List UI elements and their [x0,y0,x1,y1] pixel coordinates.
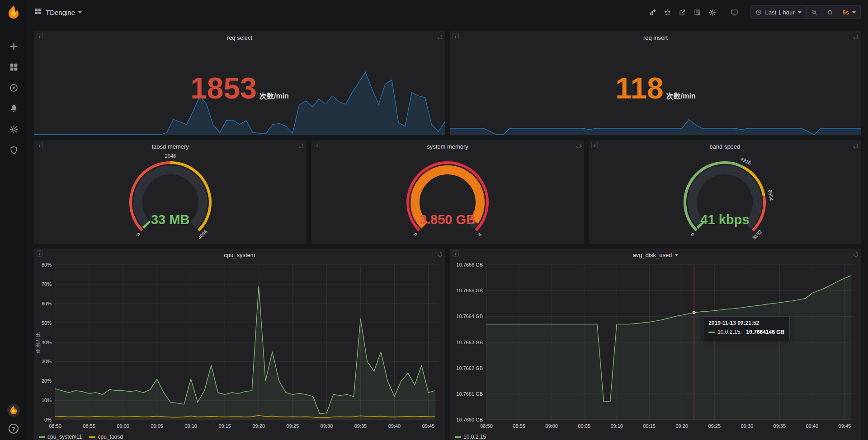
sidebar-item-configuration[interactable] [8,124,19,135]
panel-title-avg-disk-used[interactable]: avg_disk_used [450,249,861,261]
legend-item-cpu-system11[interactable]: cpu_system11 [39,434,82,440]
svg-text:09:25: 09:25 [287,423,299,429]
gear-icon [708,9,716,16]
svg-text:09:20: 09:20 [252,423,265,429]
star-icon [664,9,671,16]
sidebar-item-dashboards[interactable] [8,61,19,72]
sidebar-item-alerting[interactable] [8,103,19,114]
sidebar-item-server-admin[interactable] [8,145,19,155]
share-icon [679,9,686,16]
info-icon[interactable]: i [453,250,459,257]
chevron-down-icon [798,11,802,14]
svg-text:10.7661 GB: 10.7661 GB [456,391,483,397]
panel-req-insert: i req insert 118 次数/min [450,31,861,136]
info-icon[interactable]: i [591,142,598,148]
legend-item-10-0-2-15[interactable]: 10.0.2.15 [455,434,486,440]
panel-taosd-memory: i taosd memery 020484096 33 MB [34,140,307,244]
svg-text:09:45: 09:45 [839,423,851,429]
configuration-gear-icon [9,125,19,134]
panel-title-text: system memory [427,143,468,150]
svg-text:08:55: 08:55 [513,423,525,429]
explore-compass-icon [9,83,19,93]
dashboard-title[interactable]: TDengine [46,9,82,16]
gauge-chart: 020484096 [103,153,238,243]
panel-band-speed: i band speed 0491665548192 41 kbps [589,140,861,244]
sparkline-chart [34,70,445,135]
svg-text:09:45: 09:45 [422,423,435,429]
help-icon[interactable]: ? [9,424,19,434]
cpu-line-chart[interactable]: 08:5008:5509:0009:0509:1009:1509:2009:25… [34,261,445,431]
panel-title-taosd-memory[interactable]: taosd memery [34,140,306,153]
legend-item-cpu-taosd[interactable]: cpu_taosd [89,434,123,440]
svg-text:09:05: 09:05 [151,423,163,429]
panel-title-req-insert[interactable]: req insert [450,32,861,44]
time-range-picker[interactable]: Last 1 hour [750,5,806,19]
monitor-icon [731,9,738,16]
dashboard-grid-icon [34,8,42,17]
refresh-interval-picker[interactable]: 5s [838,5,861,19]
panel-loading-spinner-icon [853,142,859,150]
sidebar-nav [8,41,19,155]
svg-text:50%: 50% [42,320,52,326]
svg-text:0: 0 [690,232,696,238]
svg-text:10.7665 GB: 10.7665 GB [456,288,483,293]
sidebar-item-create[interactable] [8,41,19,51]
svg-text:09:25: 09:25 [708,423,721,429]
info-icon[interactable]: i [37,33,43,39]
info-icon[interactable]: i [37,250,43,257]
dashboard-settings-button[interactable] [706,6,718,19]
panel-title-text: taosd memery [151,143,189,150]
svg-text:2048: 2048 [165,153,175,159]
panel-title-system-memory[interactable]: system memory [311,140,583,153]
panel-cpu-system: i cpu_system 使用占比 08:5008:5509:0009:0509… [34,248,445,440]
svg-text:09:15: 09:15 [643,423,656,429]
svg-text:10.7660 GB: 10.7660 GB [456,417,483,422]
panel-title-req-select[interactable]: req select [34,32,445,44]
chevron-down-icon [78,11,82,14]
info-icon[interactable]: i [37,142,43,148]
share-button[interactable] [676,6,689,19]
panel-title-band-speed[interactable]: band speed [589,140,861,153]
svg-text:10.7664 GB: 10.7664 GB [456,314,483,319]
info-icon[interactable]: i [453,33,459,39]
save-button[interactable] [691,6,703,19]
panel-avg-disk-used: i avg_disk_used 08:5008:5509:0009:0509:1… [450,248,861,440]
svg-text:09:40: 09:40 [388,423,401,429]
panel-title-text: cpu_system [224,252,255,258]
svg-text:08:50: 08:50 [49,423,61,429]
avatar-flame-icon [9,405,19,415]
legend-swatch [455,436,461,438]
panel-title-cpu-system[interactable]: cpu_system [34,249,445,261]
svg-text:40%: 40% [42,340,52,345]
clock-icon [755,9,762,15]
svg-text:20%: 20% [42,378,52,384]
top-navbar: TDengine [27,0,868,24]
svg-text:60%: 60% [42,301,52,306]
panel-req-select: i req select 1853 次数/min [34,31,445,136]
legend-label: cpu_system11 [47,434,82,440]
chevron-down-icon [675,254,678,256]
gauge-taosd-memory: 020484096 33 MB [34,153,306,243]
info-icon[interactable]: i [314,142,320,148]
grafana-flame-icon [6,5,21,20]
refresh-button[interactable] [822,5,838,19]
panel-title-text: band speed [709,143,740,150]
user-avatar[interactable] [7,404,20,417]
plus-icon [9,42,19,51]
panel-title-text: req select [227,34,252,41]
gauge-band-speed: 0491665548192 41 kbps [589,153,861,243]
zoom-out-time-button[interactable] [807,5,822,19]
panel-loading-spinner-icon [853,33,859,42]
grafana-logo[interactable] [6,5,21,20]
sidebar-item-explore[interactable] [8,82,19,93]
cycle-view-button[interactable] [728,6,741,19]
panel-loading-spinner-icon [437,251,443,259]
add-panel-button[interactable] [646,6,659,19]
svg-text:09:10: 09:10 [184,423,197,429]
svg-text:09:05: 09:05 [578,423,590,429]
star-button[interactable] [661,6,674,19]
disk-line-chart[interactable]: 08:5008:5509:0009:0509:1009:1509:2009:25… [450,261,861,431]
svg-text:08:50: 08:50 [480,423,493,429]
svg-text:09:40: 09:40 [806,423,819,429]
panel-system-memory: i system memory 04 3.850 GB [311,140,584,244]
